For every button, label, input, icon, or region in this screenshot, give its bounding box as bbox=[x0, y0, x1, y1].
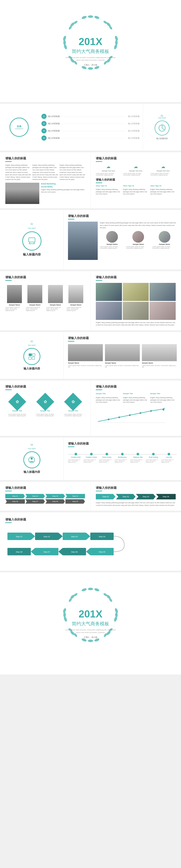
contents-item-2: 02 输入内容标题 输入内容标题 bbox=[41, 121, 140, 126]
img-card-2-desc: Lorem ipsum dolor sit amet, consectetur … bbox=[105, 365, 140, 368]
avatar-2 bbox=[132, 231, 144, 243]
cover-subtitle: Lorem ipsum dolor sit amet, consectetur … bbox=[65, 56, 116, 61]
diamond-1-desc: Lorem ipsum dolor sit amet, consectetur … bbox=[5, 413, 29, 416]
diamond-item-3: ✿ Sample Title Lorem ipsum dolor sit ame… bbox=[61, 395, 85, 416]
person-role-4: Lorem ipsum dolor sit amet, consectetur … bbox=[67, 307, 85, 311]
slide-5-left: 请输入你的标题 Sample Name Lorem ipsum dolor si… bbox=[0, 271, 90, 330]
timeline-dot-5 bbox=[137, 453, 139, 455]
part-01-subtitle: 输入标题内容 bbox=[156, 137, 168, 140]
contents-cn: CONTENTS bbox=[15, 128, 23, 129]
person-card-1: Sample Name Lorem ipsum dolor sit amet, … bbox=[5, 285, 24, 311]
timeline-item-1: Creative brief Lorem ipsum dolor sit ame… bbox=[68, 453, 83, 463]
timeline-dots-row: Creative brief Lorem ipsum dolor sit ame… bbox=[68, 453, 177, 463]
slide-6: 03 THE PART 输入标题内容 请输入你的标题 Sample Name L… bbox=[0, 332, 181, 379]
teal-underline-2 bbox=[96, 161, 102, 162]
timeline-desc-5: Lorem ipsum dolor sit amet, consectetur … bbox=[130, 459, 146, 463]
part-02-num-label: 02 bbox=[31, 223, 33, 225]
input-label-3: 输入内容标题 bbox=[48, 129, 60, 132]
step-4-row: Step 01 Step 02 Step 03 Step 04 bbox=[96, 494, 176, 499]
photo-5 bbox=[123, 302, 149, 320]
sep-line-1 bbox=[61, 116, 126, 117]
person-role-3: Lorem ipsum dolor sit amet, consectetur … bbox=[46, 307, 65, 311]
step-06: Step 06 bbox=[45, 499, 65, 504]
svg-text:Step 06: Step 06 bbox=[71, 551, 77, 553]
value-desc-2: English: Many desktop publishing package… bbox=[123, 188, 148, 195]
teal-underline-5 bbox=[5, 280, 12, 281]
img-card-3: Sample Name Lorem ipsum dolor sit amet, … bbox=[142, 344, 177, 368]
sample-title-h-1: Sample Title bbox=[96, 393, 121, 395]
avatar-1 bbox=[106, 231, 118, 243]
cover-presenter: 汇报人：孙小姐 bbox=[65, 64, 116, 66]
person-name-3: Sample Name bbox=[50, 304, 61, 306]
svg-point-70 bbox=[94, 588, 100, 592]
diamonds-row: ✿ Sample Title Lorem ipsum dolor sit ame… bbox=[5, 392, 85, 420]
sample-text-2: Sample Text here bbox=[129, 170, 142, 172]
svg-marker-61 bbox=[59, 548, 63, 555]
part-01-label: THE PART bbox=[158, 117, 166, 119]
teal-underline-9 bbox=[96, 390, 102, 390]
slide-8-right: 请输入你的标题 Creative brief Lorem ipsum dolor… bbox=[64, 437, 181, 480]
svg-point-5 bbox=[88, 67, 93, 70]
input-label-2b: 输入内容标题 bbox=[128, 122, 140, 125]
timeline-label-5: Optimize Site bbox=[133, 457, 143, 458]
sample-title-h-2: Sample Title bbox=[123, 393, 148, 395]
input-label-4b: 输入内容标题 bbox=[128, 137, 140, 140]
diamond-1: ✿ bbox=[8, 393, 26, 411]
img-card-1-name: Sample Name bbox=[68, 362, 103, 364]
slide-bottom-cover: 201X 简约大气商务模板 Lorem ipsum dolor sit amet… bbox=[0, 572, 181, 675]
timeline-label-7: Live site bbox=[166, 457, 172, 458]
sample-title-desc-1: English: Many desktop publishing package… bbox=[96, 397, 121, 403]
slide-4: 02 THE PART 输入标题内容 请输入你的标题 English: Many… bbox=[0, 210, 181, 270]
value-types-row: Value Type 01 Value Type 02 Value Type 0… bbox=[96, 185, 176, 187]
section-title-5: 请输入你的标题 bbox=[5, 275, 85, 279]
teal-underline-4 bbox=[68, 219, 74, 219]
city-image bbox=[5, 183, 39, 204]
timeline-desc-1: Lorem ipsum dolor sit amet, consectetur … bbox=[68, 459, 83, 463]
svg-marker-47 bbox=[31, 533, 35, 540]
num-02: 02 bbox=[41, 121, 46, 126]
svg-point-39 bbox=[129, 414, 131, 416]
input-label-1b: 输入内容标题 bbox=[128, 115, 140, 118]
sample-desc-3: Lorem ipsum dolor sit amet, consectetur … bbox=[150, 173, 176, 176]
sample-title-desc-row: English: Many desktop publishing package… bbox=[96, 397, 176, 403]
arrow-svg bbox=[96, 407, 177, 424]
svg-point-38 bbox=[118, 416, 120, 418]
input-label-1: 输入内容标题 bbox=[48, 115, 60, 118]
svg-marker-64 bbox=[31, 548, 35, 555]
part-04-label: THE PART bbox=[28, 448, 36, 450]
photo-grid bbox=[96, 283, 176, 320]
section-title-12: 请输入你的标题 bbox=[96, 486, 176, 490]
section-title-1: 请输入你的标题 bbox=[5, 157, 85, 160]
person-card-2: Sample Name Lorem ipsum dolor sit amet, … bbox=[26, 285, 44, 311]
part-03-title: 输入标题内容 bbox=[24, 367, 40, 371]
part-03-icon bbox=[27, 352, 37, 361]
timeline-item-6: Final Testing Lorem ipsum dolor sit amet… bbox=[146, 453, 161, 463]
person-title-1: Lorem ipsum dolor sit amet, consectetur … bbox=[100, 246, 124, 249]
timeline-dot-1 bbox=[75, 453, 77, 455]
img-card-2-img bbox=[105, 344, 140, 361]
person-img-2 bbox=[27, 285, 42, 303]
teal-underline-8 bbox=[5, 390, 12, 390]
text-col-1a: English: Many desktop publishing package… bbox=[5, 164, 31, 181]
sample-title-desc-3: English: Many desktop publishing package… bbox=[150, 397, 176, 403]
num-01: 01 bbox=[41, 114, 46, 119]
diamond-item-1: ✿ Sample Title Lorem ipsum dolor sit ame… bbox=[5, 395, 29, 416]
timeline-item-4: Briefing doc Lorem ipsum dolor sit amet,… bbox=[114, 453, 130, 463]
part-02-title: 输入标题内容 bbox=[23, 253, 41, 256]
slide-7-right: 请输入你的标题 Sample Title Sample Title Sample… bbox=[90, 380, 181, 436]
contents-title: 目录 bbox=[17, 125, 22, 128]
svg-point-40 bbox=[140, 412, 141, 414]
cloud-item-1: ☁ Sample Text here Lorem ipsum dolor sit… bbox=[96, 164, 121, 176]
sep-line-3 bbox=[61, 131, 126, 131]
photo-2 bbox=[123, 283, 149, 301]
diamond-1-icon: ✿ bbox=[15, 399, 19, 404]
city-desc: English: Many desktop publishing package… bbox=[41, 189, 85, 193]
input-label-4: 输入内容标题 bbox=[48, 137, 60, 140]
timeline-desc-6: Lorem ipsum dolor sit amet, consectetur … bbox=[146, 459, 161, 463]
svg-marker-58 bbox=[86, 548, 90, 555]
slide-3-right: 请输入你的标题 ☁ Sample Text here Lorem ipsum d… bbox=[90, 152, 181, 208]
timeline-desc-3: Lorem ipsum dolor sit amet, consectetur … bbox=[99, 459, 114, 463]
svg-text:Step 08: Step 08 bbox=[16, 551, 22, 553]
timeline-item-7: Live site Lorem ipsum dolor sit amet, co… bbox=[161, 453, 177, 463]
svg-point-3 bbox=[94, 15, 100, 19]
